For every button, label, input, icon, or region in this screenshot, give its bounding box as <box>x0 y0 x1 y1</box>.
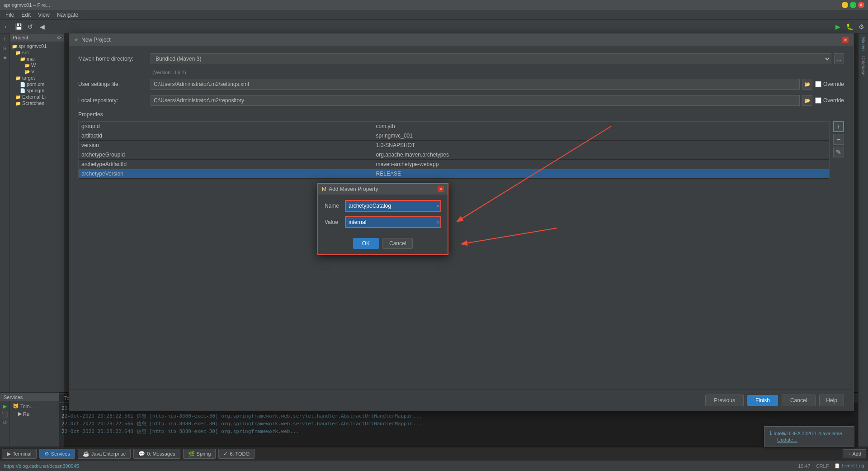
menu-file[interactable]: File <box>2 11 18 19</box>
user-settings-input[interactable] <box>151 79 800 90</box>
taskbar-terminal-button[interactable]: ▶ Terminal <box>2 449 37 459</box>
maven-name-input-wrap: ✕ <box>345 200 441 212</box>
todo-icon: ✓ <box>223 451 228 457</box>
services-label: Services <box>51 451 70 457</box>
finish-button[interactable]: Finish <box>747 395 778 406</box>
java-enterprise-label: Java Enterprise <box>91 451 126 457</box>
maven-value-input[interactable] <box>345 216 441 228</box>
dialog-cancel-button[interactable]: Cancel <box>782 395 816 406</box>
tree-item-w[interactable]: 📂 W <box>10 62 64 68</box>
table-row-selected[interactable]: archetypeVersion RELEASE <box>79 169 829 179</box>
toolbar-debug-icon[interactable]: 🐛 <box>844 22 854 32</box>
table-row[interactable]: artifactId springmvc_001 <box>79 131 829 141</box>
sidebar-structure-icon[interactable]: S <box>1 44 9 52</box>
tree-item-spring[interactable]: 📄 springm <box>10 87 64 94</box>
maven-value-input-wrap: ✕ <box>345 216 441 228</box>
ide-background: springmvc01 – Fire... _ □ ✕ File Edit Vi… <box>0 0 868 471</box>
sidebar-project-icon[interactable]: 1 <box>1 35 9 43</box>
spring-label: Spring <box>197 451 211 457</box>
local-repo-override: Override <box>815 97 844 104</box>
tree-item-target[interactable]: 📁 target <box>10 75 64 81</box>
maven-dialog-title-label: Add Maven Property <box>329 186 378 192</box>
tree-label-external: External Li <box>22 94 46 100</box>
taskbar-spring-button[interactable]: 🌿 Spring <box>183 449 216 459</box>
new-project-icon: ★ <box>74 37 79 43</box>
sidebar-favorites-icon[interactable]: ★ <box>1 53 9 62</box>
menu-view[interactable]: View <box>34 11 53 19</box>
status-url[interactable]: https://blog.csdn.net/dcszn390945 <box>4 463 79 469</box>
taskbar-todo-button[interactable]: ✓ 6: TODO <box>218 449 255 459</box>
status-left: https://blog.csdn.net/dcszn390945 <box>4 463 79 469</box>
database-panel-tab[interactable]: Database <box>860 54 867 77</box>
tree-label-target: target <box>22 75 35 81</box>
user-settings-row: User settings file: 📂 Override <box>78 79 844 90</box>
menu-bar: File Edit View Navigate <box>0 10 868 20</box>
maven-name-input[interactable] <box>345 200 441 212</box>
taskbar-services-button[interactable]: ⚙ Services <box>39 449 75 459</box>
toolbar-sync-icon[interactable]: ↺ <box>25 22 35 32</box>
maven-panel-tab[interactable]: Maven <box>860 35 867 52</box>
tree-item-mai[interactable]: 📁 mai <box>10 56 64 62</box>
prop-val-archetypeartifactid: maven-archetype-webapp <box>373 160 829 169</box>
toolbar-save-icon[interactable]: 💾 <box>14 22 24 32</box>
tree-label-springmvc01: springmvc01 <box>19 43 47 49</box>
user-settings-label: User settings file: <box>78 81 151 87</box>
terminal-label: Terminal <box>13 451 32 457</box>
table-row[interactable]: archetypeGroupId org.apache.maven.archet… <box>79 150 829 160</box>
toolbar-back-icon[interactable]: ← <box>2 22 12 32</box>
tree-item-springmvc01[interactable]: 📁 springmvc01 <box>10 43 64 49</box>
services-rerun-icon[interactable]: ↺ <box>3 419 7 426</box>
menu-navigate[interactable]: Navigate <box>53 11 82 19</box>
tree-item-v[interactable]: 📂 V <box>10 68 64 75</box>
maven-dialog-close-button[interactable]: ✕ <box>438 186 444 192</box>
local-repo-override-checkbox[interactable] <box>815 97 821 104</box>
taskbar-add-button[interactable]: + Add <box>843 449 866 458</box>
table-row[interactable]: groupId com.yth <box>79 122 829 131</box>
minus-icon: − <box>837 136 840 143</box>
taskbar-messages-button[interactable]: 💬 0: Messages <box>133 449 180 459</box>
tree-item-src[interactable]: 📁 src <box>10 49 64 56</box>
previous-button[interactable]: Previous <box>705 395 744 406</box>
add-property-button[interactable]: + <box>833 121 844 132</box>
menu-edit[interactable]: Edit <box>18 11 34 19</box>
toolbar-prev-icon[interactable]: ◀ <box>37 22 47 32</box>
close-button[interactable]: ✕ <box>858 2 864 8</box>
tree-item-pom[interactable]: 📄 pom.xm <box>10 81 64 87</box>
tree-item-external[interactable]: 📁 External Li <box>10 94 64 100</box>
maven-version-text: (Version: 3.6.1) <box>152 70 844 75</box>
maven-home-browse-button[interactable]: ... <box>834 53 844 64</box>
table-row[interactable]: version 1.0-SNAPSHOT <box>79 141 829 150</box>
maven-cancel-button[interactable]: Cancel <box>382 238 413 249</box>
edit-property-button[interactable]: ✎ <box>833 147 844 157</box>
toolbar-run-icon[interactable]: ▶ <box>833 22 843 32</box>
local-repo-input[interactable] <box>151 95 800 106</box>
event-log-button[interactable]: 📋 Event Log <box>834 463 864 469</box>
maven-name-label: Name <box>325 203 345 209</box>
minimize-button[interactable]: _ <box>842 2 848 8</box>
services-run-icon[interactable]: ▶ <box>3 403 7 409</box>
user-settings-browse-button[interactable]: 📂 <box>802 79 812 90</box>
properties-title: Properties <box>78 111 844 118</box>
maven-value-clear-icon[interactable]: ✕ <box>436 220 440 225</box>
services-stop-icon[interactable]: ⬛ <box>1 411 8 418</box>
maximize-button[interactable]: □ <box>850 2 856 8</box>
notification-update-link[interactable]: Update... <box>777 437 849 442</box>
remove-property-button[interactable]: − <box>833 134 844 145</box>
local-repo-browse-button[interactable]: 📂 <box>802 95 812 106</box>
project-panel-content: 📁 springmvc01 📁 src 📁 mai 📂 W 📂 V <box>10 42 64 447</box>
user-settings-override-checkbox[interactable] <box>815 81 821 87</box>
new-project-close-button[interactable]: ✕ <box>842 37 849 43</box>
taskbar-java-enterprise-button[interactable]: ☕ Java Enterprise <box>78 449 131 459</box>
tree-item-scratches[interactable]: 📁 Scratches <box>10 100 64 106</box>
help-button[interactable]: Help <box>819 395 844 406</box>
table-row[interactable]: archetypeArtifactId maven-archetype-weba… <box>79 160 829 169</box>
prop-key-artifactid: artifactId <box>79 131 373 141</box>
project-panel-gear[interactable]: ⚙ <box>57 35 61 40</box>
services-title: Services <box>4 395 23 400</box>
toolbar-gear-icon[interactable]: ⚙ <box>856 22 866 32</box>
tree-label-w: W <box>31 62 36 68</box>
maven-ok-button[interactable]: OK <box>353 238 379 249</box>
maven-home-select[interactable]: Bundled (Maven 3) <box>151 53 831 64</box>
local-repo-row: Local repository: 📂 Override <box>78 95 844 106</box>
maven-name-clear-icon[interactable]: ✕ <box>436 204 440 209</box>
